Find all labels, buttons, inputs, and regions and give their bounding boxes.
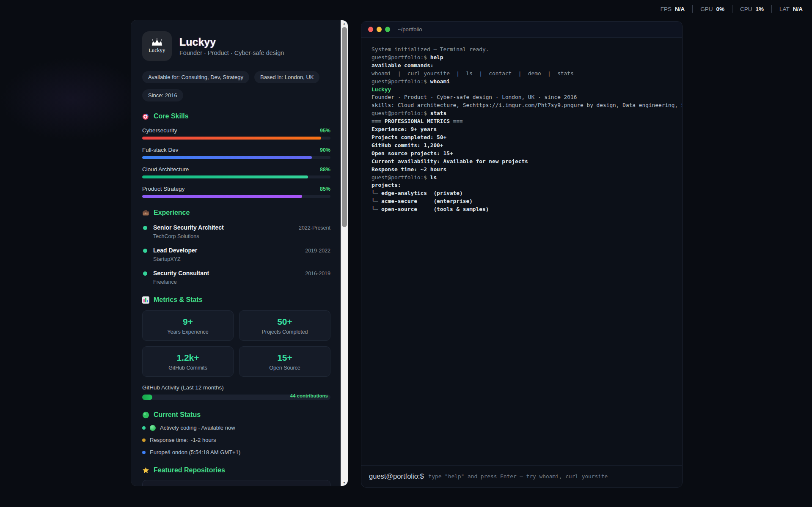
terminal-line-command: whoami bbox=[430, 78, 450, 85]
terminal-line: └─ acme-secure (enterprise) bbox=[372, 197, 672, 206]
terminal-line: guest@portfolio:$ whoami bbox=[372, 78, 672, 86]
terminal-panel: ~/portfolio System initialized — Termina… bbox=[361, 21, 683, 488]
stat-value: 15+ bbox=[244, 353, 326, 363]
terminal-input[interactable]: type "help" and press Enter — try whoami… bbox=[429, 473, 608, 480]
skill-bar-fill bbox=[142, 156, 312, 159]
status-item: Actively coding - Available now bbox=[142, 425, 330, 431]
briefcase-icon bbox=[142, 209, 149, 217]
close-traffic-light[interactable] bbox=[368, 27, 373, 32]
experience-connector bbox=[145, 232, 145, 245]
experience-dot bbox=[143, 226, 147, 230]
perf-value: 1% bbox=[755, 6, 764, 12]
skill-bar-fill bbox=[142, 175, 308, 178]
perf-bar: FPSN/AGPU0%CPU1%LATN/A bbox=[653, 5, 803, 13]
status-dot bbox=[142, 438, 146, 442]
terminal-output: System initialized — Terminal ready.gues… bbox=[361, 38, 682, 465]
terminal-line: guest@portfolio:$ stats bbox=[372, 110, 672, 118]
terminal-line: Response time: ~2 hours bbox=[372, 166, 672, 174]
experience-dot bbox=[143, 271, 147, 276]
core-skills-section: Core Skills Cybersecurity95%Full-stack D… bbox=[142, 112, 330, 198]
profile-card: Luckyy Luckyy Founder · Product · Cyber-… bbox=[131, 20, 348, 486]
skill-bar-track bbox=[142, 156, 330, 159]
terminal-line: GitHub commits: 1,200+ bbox=[372, 142, 672, 150]
experience-dot bbox=[143, 249, 147, 253]
terminal-line: └─ edge-analytics (private) bbox=[372, 189, 672, 197]
terminal-line: projects: bbox=[372, 181, 672, 189]
terminal-line: whoami | curl yoursite | ls | contact | … bbox=[372, 70, 672, 78]
stat-card: 50+Projects Completed bbox=[239, 310, 330, 341]
star-icon bbox=[142, 467, 149, 474]
avatar: Luckyy bbox=[142, 31, 172, 61]
perf-value: 0% bbox=[716, 6, 724, 12]
terminal-line-command: help bbox=[430, 54, 443, 60]
status-item: Europe/London (5:54:18 AM GMT+1) bbox=[142, 449, 330, 455]
experience-period: 2019-2022 bbox=[305, 248, 330, 254]
badge: Based in: London, UK bbox=[254, 71, 319, 83]
terminal-line: Current availability: Available for new … bbox=[372, 158, 672, 166]
skill-bar-track bbox=[142, 195, 330, 198]
experience-company: Freelance bbox=[153, 279, 330, 285]
repo-card[interactable]: jellyfinegg00Jellyfin Pterodactyl Egg - … bbox=[142, 480, 330, 486]
skill-label: Cloud Architecture bbox=[142, 166, 189, 173]
skill-bar-fill bbox=[142, 195, 302, 198]
experience-title: Senior Security Architect bbox=[153, 224, 224, 231]
skill-row: Cybersecurity95% bbox=[142, 127, 330, 140]
repos-heading: Featured Repositories bbox=[142, 466, 330, 474]
experience-period: 2022-Present bbox=[299, 225, 330, 231]
perf-label: CPU bbox=[740, 6, 752, 12]
stat-card: 15+Open Source bbox=[239, 346, 330, 377]
experience-heading: Experience bbox=[142, 209, 330, 217]
status-text: Response time: ~1-2 hours bbox=[150, 437, 216, 443]
terminal-line-prompt: guest@portfolio:$ bbox=[372, 54, 430, 60]
maximize-traffic-light[interactable] bbox=[385, 27, 390, 32]
skill-percent: 90% bbox=[320, 147, 330, 153]
terminal-line: └─ open-source (tools & samples) bbox=[372, 206, 672, 214]
terminal-line-command: ls bbox=[430, 174, 437, 181]
profile-name: Luckyy bbox=[179, 36, 284, 48]
skill-row: Cloud Architecture88% bbox=[142, 166, 330, 178]
terminal-line-prompt: guest@portfolio:$ bbox=[372, 174, 430, 181]
skill-row: Product Strategy85% bbox=[142, 186, 330, 198]
experience-period: 2016-2019 bbox=[305, 271, 330, 277]
status-dot bbox=[142, 451, 146, 454]
bar-chart-icon bbox=[142, 296, 149, 304]
perf-label: GPU bbox=[700, 6, 713, 12]
status-dot bbox=[142, 426, 146, 430]
scroll-up-arrow[interactable]: ▲ bbox=[341, 20, 348, 27]
terminal-line: System initialized — Terminal ready. bbox=[372, 46, 672, 54]
status-heading: Current Status bbox=[142, 411, 330, 419]
stat-label: Projects Completed bbox=[244, 329, 326, 335]
terminal-prompt: guest@portfolio:$ bbox=[369, 472, 424, 480]
stat-label: Open Source bbox=[244, 365, 326, 371]
avatar-label: Luckyy bbox=[149, 47, 165, 54]
stat-value: 1.2k+ bbox=[147, 353, 229, 363]
status-item: Response time: ~1-2 hours bbox=[142, 437, 330, 443]
profile-tagline: Founder · Product · Cyber-safe design bbox=[179, 49, 284, 56]
green-circle-icon bbox=[142, 411, 149, 419]
terminal-title: ~/portfolio bbox=[398, 26, 422, 33]
skill-percent: 95% bbox=[320, 128, 330, 134]
skill-label: Product Strategy bbox=[142, 186, 185, 192]
profile-card-content: Luckyy Luckyy Founder · Product · Cyber-… bbox=[131, 20, 341, 486]
perf-label: FPS bbox=[661, 6, 672, 12]
status-text: Europe/London (5:54:18 AM GMT+1) bbox=[150, 449, 240, 455]
repos-section: Featured Repositories jellyfinegg00Jelly… bbox=[142, 466, 330, 486]
experience-title: Lead Developer bbox=[153, 247, 197, 254]
status-text: Actively coding - Available now bbox=[160, 425, 235, 431]
scrollbar-thumb[interactable] bbox=[342, 27, 347, 227]
scroll-down-arrow[interactable]: ▼ bbox=[341, 480, 348, 486]
terminal-header: ~/portfolio bbox=[361, 22, 682, 38]
minimize-traffic-light[interactable] bbox=[377, 27, 382, 32]
perf-item-cpu: CPU1% bbox=[732, 6, 771, 12]
skill-label: Full-stack Dev bbox=[142, 147, 179, 153]
skill-percent: 85% bbox=[320, 186, 330, 192]
perf-label: LAT bbox=[779, 6, 790, 12]
card-scrollbar[interactable]: ▲ ▼ bbox=[341, 20, 348, 486]
perf-item-lat: LATN/A bbox=[772, 6, 803, 12]
skill-row: Full-stack Dev90% bbox=[142, 147, 330, 159]
badge: Available for: Consulting, Dev, Strategy bbox=[142, 71, 249, 83]
badge-row: Since: 2016 bbox=[142, 89, 330, 101]
target-icon bbox=[142, 113, 149, 120]
activity-bar: 44 contributions bbox=[142, 395, 330, 400]
experience-item: Security Consultant2016-2019Freelance bbox=[142, 270, 330, 285]
